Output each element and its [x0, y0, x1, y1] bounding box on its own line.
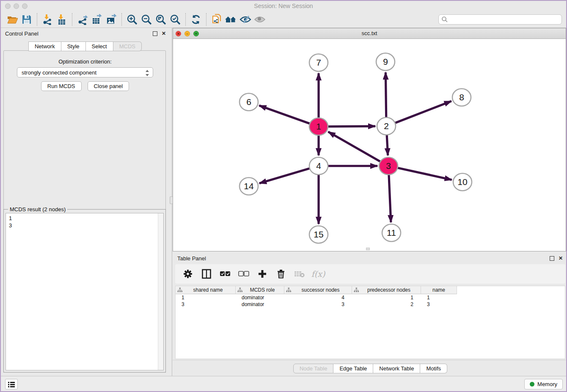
node-4[interactable]: 4	[309, 157, 328, 175]
edge-4-14[interactable]	[259, 168, 310, 183]
close-panel-icon[interactable]: ✕	[162, 30, 166, 36]
delete-table-icon[interactable]	[294, 268, 306, 280]
column-label: shared name	[182, 287, 234, 293]
tab-select[interactable]: Select	[86, 41, 113, 51]
node-15[interactable]: 15	[309, 226, 328, 243]
import-network-icon[interactable]	[40, 13, 55, 26]
show-hidden-icon[interactable]	[253, 13, 267, 26]
clear-checkboxes-icon[interactable]	[238, 268, 250, 280]
edge-2-9[interactable]	[385, 72, 386, 117]
refresh-view-icon[interactable]	[189, 13, 203, 26]
open-session-icon[interactable]	[5, 13, 19, 26]
cell-successor-nodes[interactable]: 3	[284, 301, 352, 308]
zoom-out-icon[interactable]	[139, 13, 154, 26]
function-builder-icon[interactable]: f(x)	[312, 268, 324, 280]
toolbar-separator	[185, 13, 186, 26]
edge-3-11[interactable]	[389, 175, 391, 222]
edge-3-10[interactable]	[397, 168, 451, 179]
add-column-icon[interactable]	[256, 268, 268, 280]
mcds-result-area[interactable]: 1 3	[6, 213, 164, 370]
edge-1-2[interactable]	[328, 126, 375, 127]
table-panel: Table Panel ✕	[173, 253, 567, 377]
cell-successor-nodes[interactable]: 4	[284, 294, 352, 301]
float-panel-icon[interactable]	[153, 31, 157, 36]
cell-predecessor-nodes[interactable]: 2	[352, 301, 421, 308]
import-table-icon[interactable]	[55, 13, 69, 26]
close-table-panel-icon[interactable]: ✕	[559, 255, 563, 261]
zoom-selected-icon[interactable]	[168, 13, 182, 26]
node-14[interactable]: 14	[239, 178, 258, 195]
edge-3-1[interactable]	[328, 132, 380, 161]
edge-2-8[interactable]	[395, 101, 451, 123]
memory-button[interactable]: Memory	[524, 379, 563, 389]
new-network-from-selection-icon[interactable]	[209, 13, 224, 26]
zoom-fit-icon[interactable]	[154, 13, 168, 26]
result-scrollbar[interactable]	[158, 213, 163, 370]
node-11[interactable]: 11	[382, 224, 401, 242]
node-1[interactable]: 1	[309, 118, 328, 135]
tab-network-table[interactable]: Network Table	[373, 364, 420, 373]
network-window-titlebar[interactable]: ✕ − + scc.txt	[173, 28, 566, 39]
node-label: 4	[316, 161, 321, 171]
export-network-icon[interactable]	[75, 13, 90, 26]
column-header-name[interactable]: name	[421, 286, 457, 294]
column-header-successor-nodes[interactable]: successor nodes	[284, 286, 352, 294]
tab-node-table[interactable]: Node Table	[293, 364, 334, 373]
column-header-shared-name[interactable]: shared name	[176, 286, 236, 294]
run-mcds-button[interactable]: Run MCDS	[41, 81, 82, 91]
table-row[interactable]: 3dominator323	[176, 301, 565, 308]
show-columns-icon[interactable]	[201, 268, 212, 280]
close-panel-button[interactable]: Close panel	[88, 81, 129, 91]
column-type-icon	[354, 287, 359, 293]
node-9[interactable]: 9	[376, 53, 395, 71]
node-7[interactable]: 7	[309, 54, 328, 72]
first-neighbors-icon[interactable]	[224, 13, 238, 26]
criterion-value: strongly connected component	[22, 69, 96, 76]
cell-predecessor-nodes[interactable]: 1	[352, 294, 421, 301]
cell-name[interactable]: 1	[421, 294, 457, 301]
cell-MCDS-role[interactable]: dominator	[236, 294, 284, 301]
tab-style[interactable]: Style	[61, 41, 86, 51]
tab-mcds[interactable]: MCDS	[113, 41, 142, 51]
hide-selected-icon[interactable]	[238, 13, 253, 26]
tab-network[interactable]: Network	[28, 41, 61, 51]
table-panel-title: Table Panel	[177, 255, 206, 262]
save-session-icon[interactable]	[19, 13, 34, 26]
criterion-select[interactable]: strongly connected component	[17, 67, 153, 77]
control-panel: Control Panel ✕ NetworkStyleSelectMCDS O…	[1, 28, 169, 378]
node-6[interactable]: 6	[239, 94, 258, 111]
edge-2-3[interactable]	[387, 135, 388, 155]
float-table-panel-icon[interactable]	[550, 256, 554, 261]
app-titlebar: Session: New Session	[1, 1, 566, 11]
control-panel-title: Control Panel	[5, 30, 39, 37]
column-header-predecessor-nodes[interactable]: predecessor nodes	[352, 286, 421, 294]
export-image-icon[interactable]	[104, 13, 118, 26]
search-input[interactable]	[448, 15, 561, 24]
edge-1-6[interactable]	[259, 105, 310, 124]
node-3[interactable]: 3	[379, 157, 398, 175]
table-header-row: shared nameMCDS rolesuccessor nodesprede…	[176, 286, 565, 294]
table-options-gear-icon[interactable]	[182, 268, 194, 280]
tab-motifs[interactable]: Motifs	[420, 364, 447, 373]
column-header-MCDS-role[interactable]: MCDS role	[236, 286, 284, 294]
tab-edge-table[interactable]: Edge Table	[333, 364, 373, 373]
network-resize-handle[interactable]	[366, 248, 370, 250]
cell-MCDS-role[interactable]: dominator	[236, 301, 284, 308]
export-table-icon[interactable]	[90, 13, 104, 26]
node-10[interactable]: 10	[453, 174, 472, 191]
network-canvas[interactable]: 7968124314101511	[173, 39, 566, 251]
cell-name[interactable]: 3	[421, 301, 457, 308]
select-all-checkboxes-icon[interactable]	[219, 268, 231, 280]
table-row[interactable]: 1dominator411	[176, 294, 565, 301]
node-8[interactable]: 8	[452, 89, 471, 106]
delete-column-trash-icon[interactable]	[275, 268, 287, 280]
task-history-button[interactable]	[5, 379, 18, 389]
zoom-in-icon[interactable]	[125, 13, 139, 26]
cell-shared-name[interactable]: 3	[176, 301, 236, 308]
node-table[interactable]: shared nameMCDS rolesuccessor nodesprede…	[175, 286, 565, 359]
node-2[interactable]: 2	[377, 118, 396, 135]
memory-label: Memory	[537, 381, 557, 387]
toolbar-separator	[72, 13, 72, 26]
optimization-criterion-label: Optimization criterion:	[1, 58, 169, 65]
cell-shared-name[interactable]: 1	[176, 294, 236, 301]
